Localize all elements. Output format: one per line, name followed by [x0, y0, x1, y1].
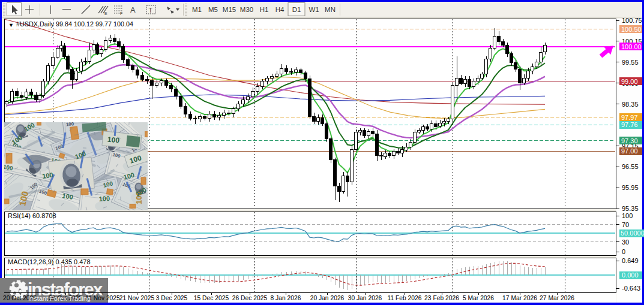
svg-text:100.75: 100.75 — [622, 17, 642, 24]
svg-text:T: T — [149, 7, 153, 14]
svg-text:0.000: 0.000 — [622, 271, 639, 279]
svg-text:M15: M15 — [223, 6, 236, 13]
svg-text:▼: ▼ — [8, 22, 14, 28]
svg-text:15 Dec 2025: 15 Dec 2025 — [194, 295, 229, 301]
svg-text:97.76: 97.76 — [621, 121, 638, 128]
svg-text:97.97: 97.97 — [621, 114, 638, 121]
svg-text:MACD(12,26,9) 0.435 0.478: MACD(12,26,9) 0.435 0.478 — [8, 258, 91, 265]
svg-text:99.00: 99.00 — [621, 78, 638, 85]
svg-text:8 Jan 2026: 8 Jan 2026 — [271, 295, 301, 301]
svg-text:20 Jan 2026: 20 Jan 2026 — [310, 295, 345, 301]
svg-text:27 Mar 2026: 27 Mar 2026 — [540, 295, 574, 301]
svg-text:97.00: 97.00 — [621, 147, 638, 155]
svg-text:A: A — [130, 5, 136, 14]
svg-text:96.55: 96.55 — [622, 163, 639, 170]
svg-text:D1: D1 — [292, 6, 301, 13]
svg-text:3 Dec 2025: 3 Dec 2025 — [156, 295, 188, 301]
svg-text:H1: H1 — [260, 6, 269, 13]
svg-text:95.35: 95.35 — [622, 205, 639, 212]
svg-text:F: F — [120, 11, 122, 16]
svg-text:95.95: 95.95 — [622, 184, 639, 191]
svg-text:Instant Forex Trading: Instant Forex Trading — [28, 295, 91, 302]
svg-text:#USDX,Daily 99.84 100.12 99.7: #USDX,Daily 99.84 100.12 99.77 100.04 — [16, 20, 133, 28]
svg-text:50.0000: 50.0000 — [621, 229, 644, 237]
svg-text:26 Dec 2025: 26 Dec 2025 — [232, 295, 268, 301]
svg-text:M30: M30 — [240, 6, 253, 13]
svg-text:100.50: 100.50 — [621, 26, 642, 33]
svg-text:E: E — [104, 11, 107, 16]
svg-text:MN: MN — [325, 6, 336, 13]
svg-text:0: 0 — [622, 248, 625, 255]
svg-text:100.00: 100.00 — [621, 43, 642, 50]
svg-text:H4: H4 — [275, 6, 284, 13]
svg-text:M5: M5 — [208, 6, 218, 13]
svg-text:23 Feb 2026: 23 Feb 2026 — [424, 295, 459, 301]
svg-text:M1: M1 — [192, 6, 202, 13]
svg-text:-0.643: -0.643 — [622, 285, 640, 292]
svg-text:30 Jan 2026: 30 Jan 2026 — [348, 295, 382, 301]
svg-text:97.30: 97.30 — [621, 137, 638, 144]
svg-text:70: 70 — [622, 221, 629, 228]
svg-text:99.55: 99.55 — [622, 59, 639, 66]
svg-text:98.35: 98.35 — [622, 101, 639, 108]
svg-text:W1: W1 — [308, 6, 319, 13]
svg-text:RSI(14) 60.8708: RSI(14) 60.8708 — [8, 212, 56, 219]
svg-text:0.649: 0.649 — [622, 257, 639, 264]
svg-text:21 Nov 2025: 21 Nov 2025 — [119, 295, 155, 301]
svg-text:5 Mar 2026: 5 Mar 2026 — [463, 295, 494, 301]
svg-text:11 Feb 2026: 11 Feb 2026 — [387, 295, 421, 301]
svg-text:17 Mar 2026: 17 Mar 2026 — [502, 295, 537, 301]
svg-text:100: 100 — [622, 212, 633, 219]
svg-text:30: 30 — [622, 238, 629, 246]
